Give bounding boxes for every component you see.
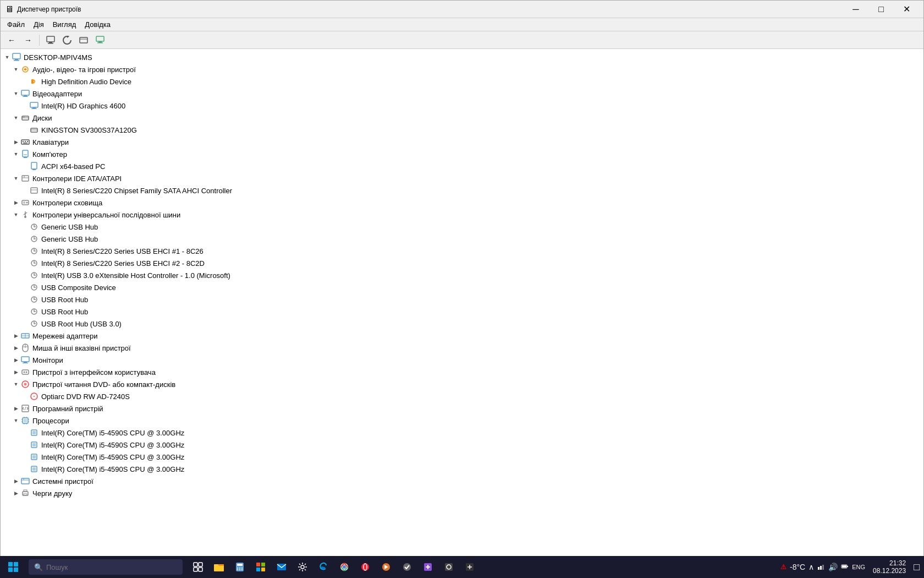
expand-ide[interactable]: ▼ xyxy=(12,174,20,183)
tree-item-monitor-cat[interactable]: ▶ Монітори xyxy=(1,354,923,366)
taskbar-search-box[interactable]: 🔍 xyxy=(29,559,183,575)
printer-cat-label: Черги друку xyxy=(32,489,72,498)
cpu-cat-icon xyxy=(20,416,30,426)
expand-disk[interactable]: ▼ xyxy=(12,113,20,122)
expand-prog[interactable]: ▶ xyxy=(12,404,20,413)
calc-icon[interactable] xyxy=(231,556,249,578)
network-cat-icon xyxy=(20,331,30,341)
expand-pc[interactable]: ▼ xyxy=(12,150,20,159)
store-icon[interactable] xyxy=(252,556,270,578)
back-button[interactable]: ← xyxy=(4,33,19,47)
tree-item-usb-5[interactable]: Intel(R) USB 3.0 eXtensible Host Control… xyxy=(1,269,923,281)
expand-hid[interactable]: ▶ xyxy=(12,368,20,377)
expand-monitor[interactable]: ▶ xyxy=(12,356,20,364)
tree-item-video-cat[interactable]: ▼ Відеоадаптери xyxy=(1,88,923,100)
tree-item-usb-cat[interactable]: ▼ Контролери універсальної послідовної ш… xyxy=(1,209,923,221)
expand-network[interactable]: ▶ xyxy=(12,331,20,340)
minimize-button[interactable]: ─ xyxy=(843,1,868,18)
expand-usb[interactable]: ▼ xyxy=(12,210,20,219)
antivirus-icon[interactable] xyxy=(398,556,416,578)
forward-button[interactable]: → xyxy=(20,33,36,47)
tree-item-usb-6[interactable]: USB Composite Device xyxy=(1,281,923,293)
properties-button[interactable] xyxy=(76,33,91,47)
opera-icon[interactable] xyxy=(356,556,374,578)
tree-item-cpu-4[interactable]: Intel(R) Core(TM) i5-4590S CPU @ 3.00GHz xyxy=(1,463,923,475)
tool2-icon[interactable] xyxy=(440,556,458,578)
tree-item-usb-9[interactable]: USB Root Hub (USB 3.0) xyxy=(1,318,923,330)
tree-item-keyboard-cat[interactable]: ▶ Клавіатури xyxy=(1,136,923,148)
tree-item-printer-cat[interactable]: ▶ Черги друку xyxy=(1,487,923,499)
speaker-tray-icon[interactable]: 🔊 xyxy=(828,563,838,571)
settings-icon[interactable] xyxy=(294,556,311,578)
expand-storage[interactable]: ▶ xyxy=(12,198,20,207)
tree-item-pc-cat[interactable]: ▼ Комп'ютер xyxy=(1,148,923,160)
tree-item-usb-2[interactable]: Generic USB Hub xyxy=(1,233,923,245)
expand-system[interactable]: ▶ xyxy=(12,477,20,486)
start-button[interactable] xyxy=(0,556,26,578)
tree-item-usb-4[interactable]: Intel(R) 8 Series/C220 Series USB EHCI #… xyxy=(1,257,923,269)
tree-item-storage-cat[interactable]: ▶ Контролери сховища xyxy=(1,197,923,209)
svg-rect-25 xyxy=(23,141,24,142)
tree-item-audio-cat[interactable]: ▼ Аудіо-, відео- та ігрові пристрої xyxy=(1,63,923,75)
network-tray-icon[interactable] xyxy=(817,563,825,572)
cpu-4-icon xyxy=(29,464,39,474)
tree-item-hid-cat[interactable]: ▶ Пристрої з інтерфейсом користувача xyxy=(1,366,923,378)
search-input[interactable] xyxy=(46,563,156,571)
monitor-button[interactable] xyxy=(92,33,108,47)
maximize-button[interactable]: □ xyxy=(868,1,894,18)
tree-item-root[interactable]: ▼ DESKTOP-MPIV4MS xyxy=(1,51,923,63)
tool3-icon[interactable] xyxy=(461,556,479,578)
expand-dvd[interactable]: ▼ xyxy=(12,380,20,389)
menu-action[interactable]: Дія xyxy=(29,19,48,30)
tree-item-disk-dev[interactable]: KINGSTON SV300S37A120G xyxy=(1,124,923,136)
system-clock[interactable]: 21:32 08.12.2023 xyxy=(868,559,910,575)
menu-view[interactable]: Вигляд xyxy=(48,19,81,30)
tree-item-audio-dev[interactable]: High Definition Audio Device xyxy=(1,75,923,88)
svg-rect-73 xyxy=(24,419,27,422)
svg-point-110 xyxy=(237,569,238,570)
tree-item-disk-cat[interactable]: ▼ Диски xyxy=(1,112,923,124)
expand-keyboard[interactable]: ▶ xyxy=(12,138,20,146)
tree-item-usb-1[interactable]: Generic USB Hub xyxy=(1,221,923,233)
chrome-icon[interactable] xyxy=(336,556,353,578)
tray-arrow[interactable]: ∧ xyxy=(809,563,814,571)
expand-audio[interactable]: ▼ xyxy=(12,65,20,74)
tree-item-usb-8[interactable]: USB Root Hub xyxy=(1,306,923,318)
close-button[interactable]: ✕ xyxy=(894,1,919,18)
tree-item-dvd-cat[interactable]: ▼ Пристрої читання DVD- або компакт-диск… xyxy=(1,378,923,390)
tree-item-pc-dev[interactable]: ACPI x64-based PC xyxy=(1,160,923,172)
expand-mouse[interactable]: ▶ xyxy=(12,343,20,352)
notification-button[interactable]: □ xyxy=(914,561,920,573)
tree-item-prog-cat[interactable]: ▶ Програмний пристрій xyxy=(1,402,923,415)
tree-item-mouse-cat[interactable]: ▶ Миша й інші вказівні пристрої xyxy=(1,342,923,354)
tree-item-network-cat[interactable]: ▶ Мережеві адаптери xyxy=(1,330,923,342)
expand-video[interactable]: ▼ xyxy=(12,89,20,98)
expand-cpu[interactable]: ▼ xyxy=(12,416,20,425)
menu-help[interactable]: Довідка xyxy=(80,19,115,30)
lang-display[interactable]: ENG xyxy=(852,564,865,570)
task-view-button[interactable] xyxy=(189,556,207,578)
tree-item-usb-3[interactable]: Intel(R) 8 Series/C220 Series USB EHCI #… xyxy=(1,245,923,257)
expand-root[interactable]: ▼ xyxy=(3,53,12,62)
computer-view-button[interactable] xyxy=(43,33,58,47)
torrent-icon[interactable] xyxy=(377,556,395,578)
refresh-button[interactable] xyxy=(59,33,75,47)
device-tree-container[interactable]: ▼ DESKTOP-MPIV4MS ▼ Аудіо-, відео- та іг… xyxy=(1,49,923,557)
tree-item-cpu-cat[interactable]: ▼ Процесори xyxy=(1,415,923,427)
tree-item-ide-cat[interactable]: ▼ Контролери IDE ATA/ATAPI xyxy=(1,172,923,184)
tree-item-cpu-3[interactable]: Intel(R) Core(TM) i5-4590S CPU @ 3.00GHz xyxy=(1,451,923,463)
tree-item-usb-7[interactable]: USB Root Hub xyxy=(1,293,923,306)
tree-item-cpu-1[interactable]: Intel(R) Core(TM) i5-4590S CPU @ 3.00GHz xyxy=(1,427,923,439)
tree-item-ide-dev[interactable]: Intel(R) 8 Series/C220 Chipset Family SA… xyxy=(1,184,923,197)
edge-icon[interactable] xyxy=(315,556,332,578)
file-explorer-icon[interactable] xyxy=(210,556,228,578)
tree-item-cpu-2[interactable]: Intel(R) Core(TM) i5-4590S CPU @ 3.00GHz xyxy=(1,439,923,451)
tree-item-system-cat[interactable]: ▶ Системні пристрої xyxy=(1,475,923,487)
expand-printer[interactable]: ▶ xyxy=(12,489,20,498)
tool1-icon[interactable] xyxy=(419,556,437,578)
battery-tray-icon[interactable] xyxy=(841,563,849,572)
tree-item-dvd-dev[interactable]: Optiarc DVD RW AD-7240S xyxy=(1,390,923,402)
tree-item-video-dev[interactable]: Intel(R) HD Graphics 4600 xyxy=(1,100,923,112)
mail-icon[interactable] xyxy=(273,556,290,578)
menu-file[interactable]: Файл xyxy=(3,19,29,30)
